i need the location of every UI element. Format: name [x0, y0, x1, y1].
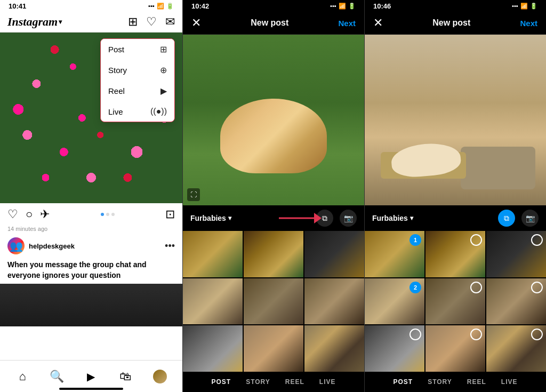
- wifi-icon-2: 📶: [339, 3, 346, 10]
- multi-select-button-2[interactable]: ⧉: [316, 210, 333, 227]
- nav-shop-button[interactable]: 🛍: [114, 365, 137, 388]
- photo-grid-2: [183, 231, 364, 372]
- status-icons-2: ▪▪▪ 📶 🔋: [330, 3, 356, 10]
- nav-home-button[interactable]: ⌂: [11, 365, 34, 388]
- grid-cell-3-8[interactable]: [425, 325, 485, 372]
- select-circle-3-6: [531, 282, 543, 293]
- grid-cell-3-5[interactable]: [425, 278, 485, 325]
- grid-cell-2-6[interactable]: [304, 278, 364, 325]
- select-circle-3-3: [531, 234, 543, 246]
- grid-cell-2-9[interactable]: [304, 325, 364, 372]
- nav-search-button[interactable]: 🔍: [45, 365, 69, 388]
- next-button-3[interactable]: Next: [520, 19, 537, 28]
- nav-reels-button[interactable]: ▶: [79, 365, 103, 388]
- grid-cell-2-7[interactable]: [183, 325, 243, 372]
- wifi-icon-3: 📶: [520, 3, 528, 10]
- post-user-row: 👥 helpdeskgeek •••: [0, 235, 182, 257]
- home-bar-indicator: [59, 388, 123, 390]
- reel-label: Reel: [108, 86, 125, 95]
- grid-cell-3-9[interactable]: [486, 325, 546, 372]
- grid-cell-3-1[interactable]: 1: [365, 231, 424, 277]
- live-broadcast-icon: ((●)): [150, 107, 167, 116]
- ig-logo-text: Instagram: [7, 15, 58, 29]
- comment-button[interactable]: ○: [26, 207, 33, 221]
- tab-story-2[interactable]: STORY: [243, 376, 274, 388]
- new-post-title-3: New post: [432, 18, 470, 28]
- tab-live-2[interactable]: LIVE: [316, 376, 339, 388]
- ig-header: Instagram ▾ ⊞ ♡ ✉: [0, 12, 182, 33]
- add-post-icon[interactable]: ⊞: [128, 15, 138, 29]
- folder-selector-2[interactable]: Furbabies ▾: [190, 214, 231, 222]
- tab-reel-3[interactable]: REEL: [464, 376, 489, 388]
- grid-cell-2-3[interactable]: [304, 231, 364, 277]
- user-avatar[interactable]: 👥: [7, 237, 25, 254]
- shop-nav-icon: 🛍: [119, 370, 131, 383]
- dropdown-post-item[interactable]: Post ⊞: [101, 39, 174, 60]
- select-arrow-indicator: [279, 213, 322, 223]
- home-icon: ⌂: [19, 370, 26, 383]
- bookmark-button[interactable]: ⊡: [165, 207, 175, 221]
- grid-cell-2-1[interactable]: [183, 231, 243, 277]
- grid-cell-2-5[interactable]: [244, 278, 303, 325]
- more-options-button[interactable]: •••: [165, 241, 175, 252]
- nav-profile-button[interactable]: [148, 365, 172, 388]
- status-bar-2: 10:42 ▪▪▪ 📶 🔋: [183, 0, 364, 12]
- messenger-icon[interactable]: ✉: [165, 15, 175, 29]
- tab-reel-2[interactable]: REEL: [282, 376, 308, 388]
- dog-grass-image: [183, 35, 364, 205]
- post-user-left: 👥 helpdeskgeek: [7, 237, 75, 254]
- wifi-icon: 📶: [157, 3, 164, 10]
- tab-live-3[interactable]: LIVE: [498, 376, 521, 388]
- tab-post-2[interactable]: POST: [208, 376, 234, 388]
- camera-button-2[interactable]: 📷: [340, 210, 357, 227]
- story-label: Story: [108, 66, 127, 75]
- camera-button-3[interactable]: 📷: [521, 210, 539, 227]
- close-button-2[interactable]: ✕: [191, 16, 201, 30]
- grid-cell-3-6[interactable]: [486, 278, 546, 325]
- grid-cell-2-4[interactable]: [183, 278, 243, 325]
- grid-cell-3-4[interactable]: 2: [365, 278, 424, 325]
- nav-avatar: [153, 370, 167, 383]
- multi-select-button-3-active[interactable]: ⧉: [498, 210, 515, 227]
- tab-story-3[interactable]: STORY: [424, 376, 455, 388]
- grid-cell-2-8[interactable]: [244, 325, 303, 372]
- dot-2: [106, 213, 109, 216]
- reels-nav-icon: ▶: [87, 370, 95, 383]
- status-icons-1: ▪▪▪ 📶 🔋: [148, 3, 174, 10]
- status-time-1: 10:41: [9, 2, 26, 10]
- tab-post-3[interactable]: POST: [390, 376, 416, 388]
- heart-icon[interactable]: ♡: [146, 15, 157, 29]
- next-button-2[interactable]: Next: [338, 19, 356, 28]
- panel-instagram-feed: 10:41 ▪▪▪ 📶 🔋 Instagram ▾ ⊞ ♡ ✉ Post ⊞ S…: [0, 0, 182, 392]
- ig-header-icons: ⊞ ♡ ✉: [128, 15, 175, 29]
- np-toolbar-right-2: ⧉ 📷: [316, 210, 357, 227]
- dog-room-image: [365, 35, 546, 205]
- ig-logo[interactable]: Instagram ▾: [7, 15, 62, 29]
- battery-icon: 🔋: [166, 3, 174, 10]
- expand-icon-2[interactable]: ⛶: [187, 188, 200, 201]
- post-label: Post: [108, 45, 124, 54]
- like-button[interactable]: ♡: [7, 207, 18, 221]
- select-circle-3-8: [470, 329, 482, 340]
- share-button[interactable]: ✈: [40, 207, 50, 221]
- username-label[interactable]: helpdeskgeek: [29, 242, 75, 250]
- photo-grid-3: 1 2: [365, 231, 546, 372]
- dot-3: [111, 213, 115, 216]
- grid-cell-3-2[interactable]: [425, 231, 485, 277]
- panel-new-post-1: 10:42 ▪▪▪ 📶 🔋 ✕ New post Next ⛶ Furbabie…: [182, 0, 364, 392]
- dot-1: [101, 213, 104, 216]
- dropdown-live-item[interactable]: Live ((●)): [101, 101, 174, 122]
- dropdown-reel-item[interactable]: Reel ▶: [101, 81, 174, 101]
- close-button-3[interactable]: ✕: [373, 16, 383, 30]
- folder-selector-3[interactable]: Furbabies ▾: [372, 214, 413, 222]
- grid-cell-3-3[interactable]: [486, 231, 546, 277]
- grid-cell-2-2[interactable]: [244, 231, 303, 277]
- folder-chevron-3: ▾: [410, 214, 413, 222]
- couch-shape: [461, 147, 535, 189]
- dropdown-story-item[interactable]: Story ⊕: [101, 60, 174, 81]
- select-circle-3-5: [470, 282, 482, 293]
- status-time-2: 10:42: [191, 2, 209, 10]
- post-grid-icon: ⊞: [160, 44, 167, 54]
- grid-cell-3-7[interactable]: [365, 325, 424, 372]
- signal-icon-2: ▪▪▪: [330, 3, 336, 9]
